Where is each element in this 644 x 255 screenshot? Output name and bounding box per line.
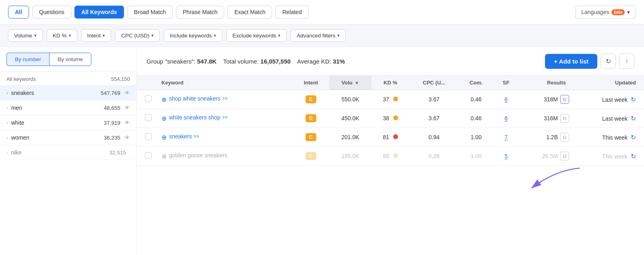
- keyword-col-header[interactable]: Keyword: [157, 76, 293, 90]
- tab-all[interactable]: All: [8, 6, 29, 19]
- sf-link[interactable]: 6: [504, 115, 508, 121]
- sort-by-volume-button[interactable]: By volume: [49, 53, 91, 66]
- volume-cell: 165.0K: [329, 147, 372, 166]
- total-volume-label: Total volume:: [223, 58, 259, 65]
- eye-icon[interactable]: 👁: [124, 90, 130, 96]
- results-value: 316M: [544, 115, 558, 121]
- sidebar-item-sneakers[interactable]: › sneakers 547,769 👁: [0, 86, 136, 101]
- exclude-keywords-filter[interactable]: Exclude keywords ▾: [226, 29, 287, 42]
- intent-cell: C: [293, 109, 329, 128]
- table-area: Group "sneakers": 547.8K Total volume: 1…: [137, 47, 644, 255]
- total-volume: 16,057,550: [260, 58, 291, 65]
- kd-col-header[interactable]: KD %: [372, 76, 409, 90]
- tab-questions[interactable]: Questions: [32, 6, 71, 19]
- sort-by-number-button[interactable]: By number: [6, 53, 49, 66]
- keyword-cell: ⊕ shop white sneakers >>: [157, 90, 293, 109]
- add-keyword-icon[interactable]: ⊕: [161, 152, 167, 160]
- eye-icon[interactable]: 👁: [124, 105, 130, 111]
- refresh-button[interactable]: ↻: [601, 53, 616, 69]
- sidebar-keyword-count: 36,235: [104, 135, 120, 141]
- refresh-row-icon[interactable]: ↻: [631, 115, 636, 122]
- sidebar-item-women[interactable]: › women 36,235 👁: [0, 130, 136, 145]
- sidebar-item-men[interactable]: › men 48,655 👁: [0, 101, 136, 115]
- add-keyword-icon[interactable]: ⊕: [161, 115, 167, 122]
- main-content: By number By volume All keywords 554,150…: [0, 47, 644, 255]
- refresh-row-icon[interactable]: ↻: [631, 153, 636, 160]
- volume-filter[interactable]: Volume ▾: [8, 29, 43, 42]
- sidebar-item-white[interactable]: › white 37,919 👁: [0, 115, 136, 130]
- export-button[interactable]: ↑: [619, 53, 634, 69]
- serp-icon[interactable]: ⊡: [560, 152, 569, 160]
- updated-cell: Last week ↻: [572, 109, 644, 128]
- cpc-filter[interactable]: CPC (USD) ▾: [115, 29, 160, 42]
- chevron-right-icon: ›: [6, 105, 8, 110]
- chevron-down-icon: ▾: [337, 33, 340, 38]
- kd-indicator: [393, 134, 398, 139]
- updated-col-header[interactable]: Updated: [572, 76, 644, 90]
- tab-broad-match[interactable]: Broad Match: [127, 6, 173, 19]
- sf-col-header[interactable]: SF: [493, 76, 518, 90]
- intent-badge: C: [305, 152, 316, 160]
- sf-link[interactable]: 6: [504, 96, 508, 103]
- intent-cell: C: [293, 128, 329, 147]
- add-keyword-icon[interactable]: ⊕: [161, 96, 167, 103]
- row-checkbox[interactable]: [145, 152, 152, 159]
- updated-value: Last week: [602, 97, 627, 103]
- add-keyword-icon[interactable]: ⊕: [161, 134, 167, 141]
- volume-cell: 201.0K: [329, 128, 372, 147]
- sidebar-keyword-count: 37,919: [104, 120, 120, 126]
- refresh-row-icon[interactable]: ↻: [631, 134, 636, 141]
- eye-icon[interactable]: 👁: [124, 119, 130, 126]
- cpc-col-header[interactable]: CPC (U...: [409, 76, 458, 90]
- kd-filter[interactable]: KD % ▾: [47, 29, 77, 42]
- intent-filter[interactable]: Intent ▾: [81, 29, 111, 42]
- com-col-header[interactable]: Com.: [458, 76, 493, 90]
- results-value: 1.2B: [546, 134, 558, 140]
- chevron-double-icon: >>: [194, 134, 199, 139]
- keyword-link[interactable]: shop white sneakers: [169, 95, 221, 102]
- cpc-cell: 3.67: [409, 90, 458, 109]
- tab-related[interactable]: Related: [275, 6, 308, 19]
- com-cell: 0.46: [458, 90, 493, 109]
- sidebar-keyword-label: women: [11, 134, 104, 141]
- keyword-link[interactable]: sneakers: [169, 133, 192, 140]
- keyword-link[interactable]: white sneakers shop: [169, 114, 221, 121]
- tab-phrase-match[interactable]: Phrase Match: [176, 6, 224, 19]
- arrow-annotation: [515, 164, 588, 196]
- refresh-row-icon[interactable]: ↻: [631, 96, 636, 103]
- sf-cell: 6: [493, 109, 518, 128]
- add-to-list-button[interactable]: + Add to list: [545, 54, 597, 69]
- keyword-name-text: golden goose sneakers: [169, 152, 227, 158]
- chevron-down-icon: ▾: [151, 33, 154, 38]
- include-keywords-filter[interactable]: Include keywords ▾: [164, 29, 222, 42]
- volume-col-header[interactable]: Volu ▼: [329, 76, 372, 90]
- kd-indicator: [393, 115, 398, 120]
- include-keywords-label: Include keywords: [170, 33, 212, 39]
- tab-all-keywords[interactable]: All Keywords: [74, 6, 124, 19]
- serp-icon[interactable]: ⊡: [560, 95, 569, 104]
- tab-exact-match[interactable]: Exact Match: [227, 6, 272, 19]
- updated-value: This week: [602, 134, 627, 141]
- chevron-right-icon: ›: [6, 135, 8, 140]
- sf-link[interactable]: 7: [504, 134, 508, 140]
- languages-dropdown[interactable]: Languages beta ▾: [575, 6, 636, 19]
- intent-badge: C: [305, 95, 316, 103]
- intent-col-header[interactable]: Intent: [293, 76, 329, 90]
- cpc-cell: 0.94: [409, 128, 458, 147]
- serp-icon[interactable]: ⊡: [560, 133, 569, 142]
- sf-link[interactable]: 5: [504, 153, 508, 159]
- sidebar-item-nike[interactable]: › nike 32,515: [0, 145, 136, 160]
- chevron-down-icon: ▾: [278, 33, 281, 38]
- table-header-bar: Group "sneakers": 547.8K Total volume: 1…: [137, 47, 644, 76]
- eye-icon[interactable]: 👁: [124, 134, 130, 141]
- row-checkbox[interactable]: [145, 95, 152, 102]
- results-col-header[interactable]: Results: [519, 76, 572, 90]
- serp-icon[interactable]: ⊡: [560, 114, 569, 123]
- com-cell: 1.00: [458, 147, 493, 166]
- table-wrapper: Keyword Intent Volu ▼ KD % CPC (U... Com…: [137, 76, 644, 166]
- advanced-filters-label: Advanced filters: [297, 33, 335, 39]
- keyword-cell: ⊕ white sneakers shop >>: [157, 109, 293, 128]
- row-checkbox[interactable]: [145, 133, 152, 140]
- advanced-filters-filter[interactable]: Advanced filters ▾: [291, 29, 346, 42]
- row-checkbox[interactable]: [145, 114, 152, 121]
